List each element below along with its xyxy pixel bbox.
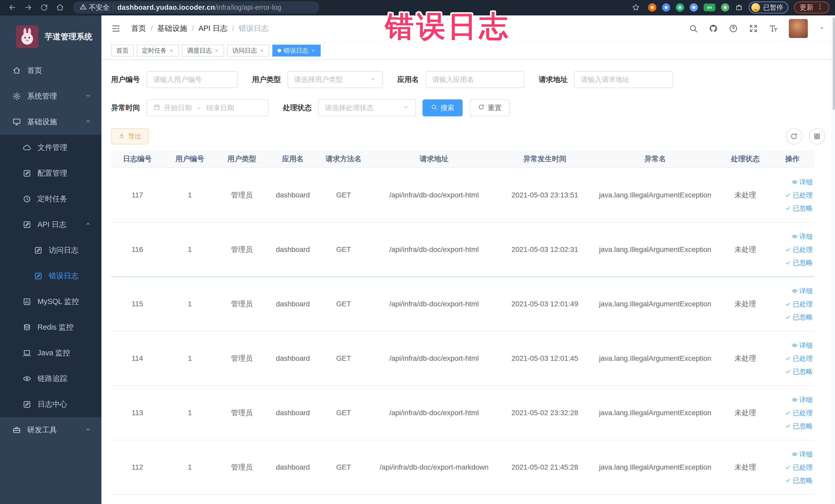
user-id-input-field[interactable] <box>153 76 231 84</box>
puzzle-icon[interactable] <box>735 3 743 12</box>
user-avatar[interactable] <box>789 19 808 38</box>
action-已忽略[interactable]: 已忽略 <box>785 313 813 322</box>
action-已处理[interactable]: 已处理 <box>785 300 813 309</box>
sidebar-item-2[interactable]: 基础设施 <box>0 109 101 135</box>
browser-home-button[interactable] <box>54 1 67 14</box>
close-icon[interactable] <box>311 48 315 53</box>
tag-定时任务[interactable]: 定时任务 <box>137 45 179 57</box>
cell-id: 112 <box>111 440 163 494</box>
action-详细[interactable]: 详细 <box>792 178 813 187</box>
browser-back-button[interactable] <box>6 1 19 14</box>
browser-forward-button[interactable] <box>22 1 35 14</box>
sidebar-item-0[interactable]: 首页 <box>0 58 101 83</box>
tag-错误日志[interactable]: 错误日志 <box>272 45 321 57</box>
table-row: 1161管理员dashboardGET/api/infra/db-doc/exp… <box>111 223 814 277</box>
fullscreen-icon[interactable] <box>749 24 758 33</box>
shield-icon[interactable] <box>662 3 670 12</box>
cell-time: 2021-05-02 21:45:28 <box>499 440 590 494</box>
font-size-icon[interactable] <box>769 24 778 33</box>
request-url-input[interactable] <box>574 71 673 88</box>
green-check-icon[interactable] <box>676 3 684 12</box>
avatar-caret-down-icon[interactable] <box>819 25 825 32</box>
sidebar-item-6[interactable]: API 日志 <box>0 212 101 238</box>
check-icon <box>785 301 791 307</box>
export-button[interactable]: 导出 <box>111 128 149 144</box>
tag-首页[interactable]: 首页 <box>111 45 134 57</box>
app-name-input-field[interactable] <box>432 76 518 84</box>
leaf-icon[interactable] <box>721 3 729 12</box>
grid-icon[interactable] <box>690 3 698 12</box>
close-icon[interactable] <box>214 48 219 53</box>
app-name-input[interactable] <box>426 71 524 88</box>
action-详细[interactable]: 详细 <box>792 286 813 296</box>
search-icon <box>431 104 437 110</box>
action-已忽略[interactable]: 已忽略 <box>785 476 813 485</box>
switch-on-icon[interactable]: on <box>704 4 715 11</box>
cell-exception: java.lang.IllegalArgumentException <box>590 168 720 222</box>
sidebar-item-7[interactable]: 访问日志 <box>0 238 101 263</box>
app-logo <box>16 25 39 48</box>
column-settings-button[interactable] <box>809 128 825 144</box>
sidebar-item-10[interactable]: Redis 监控 <box>0 315 101 340</box>
process-status-select[interactable]: 请选择处理状态 <box>318 99 416 116</box>
action-已处理[interactable]: 已处理 <box>785 245 813 254</box>
kebab-menu-icon[interactable] <box>816 3 824 12</box>
github-icon[interactable] <box>709 24 718 33</box>
sidebar-item-14[interactable]: 研发工具 <box>0 417 101 443</box>
action-已忽略[interactable]: 已忽略 <box>785 204 813 213</box>
paused-extension-badge[interactable]: 已暂停 <box>749 2 788 13</box>
address-bar[interactable]: 不安全 dashboard.yudao.iocoder.cn/infra/log… <box>73 1 319 14</box>
security-warning[interactable]: 不安全 <box>80 3 109 12</box>
help-icon[interactable] <box>729 24 738 33</box>
action-已忽略[interactable]: 已忽略 <box>785 422 813 430</box>
action-已处理[interactable]: 已处理 <box>785 463 813 472</box>
app-logo-row[interactable]: 芋道管理系统 <box>0 15 101 58</box>
scrollbar-thumb[interactable] <box>833 18 835 110</box>
reset-button[interactable]: 重置 <box>470 99 510 116</box>
close-icon[interactable] <box>169 48 174 53</box>
sidebar-collapse-button[interactable] <box>111 24 121 33</box>
refresh-table-button[interactable] <box>786 128 802 144</box>
reset-button-label: 重置 <box>488 103 502 113</box>
sidebar-item-3[interactable]: 文件管理 <box>0 135 101 160</box>
action-已处理[interactable]: 已处理 <box>785 191 813 200</box>
sidebar-item-9[interactable]: MySQL 监控 <box>0 289 101 315</box>
action-已处理[interactable]: 已处理 <box>785 354 813 363</box>
sidebar-item-13[interactable]: 日志中心 <box>0 391 101 417</box>
bookmark-star-icon[interactable] <box>629 1 643 14</box>
sidebar-item-8[interactable]: 错误日志 <box>0 263 101 289</box>
tag-调度日志[interactable]: 调度日志 <box>182 45 224 57</box>
process-status-placeholder: 请选择处理状态 <box>325 103 373 113</box>
request-url-input-field[interactable] <box>581 76 666 84</box>
action-已忽略[interactable]: 已忽略 <box>785 258 813 267</box>
user-id-input[interactable] <box>147 71 238 88</box>
sidebar-item-4[interactable]: 配置管理 <box>0 160 101 186</box>
exception-time-range-picker[interactable]: 开始日期 - 结束日期 <box>147 99 268 116</box>
user-type-placeholder: 请选择用户类型 <box>294 75 343 84</box>
check-icon <box>785 355 791 362</box>
sidebar-item-label: 日志中心 <box>38 399 67 409</box>
vertical-scrollbar[interactable] <box>832 15 835 504</box>
tag-访问日志[interactable]: 访问日志 <box>227 45 269 57</box>
search-icon[interactable] <box>689 24 698 33</box>
action-详细[interactable]: 详细 <box>792 232 813 241</box>
action-详细[interactable]: 详细 <box>792 341 813 350</box>
sidebar-item-5[interactable]: 定时任务 <box>0 186 101 212</box>
browser-update-button[interactable]: 更新 <box>794 2 829 13</box>
breadcrumb-item[interactable]: 首页 <box>131 23 146 34</box>
breadcrumb-item[interactable]: 基础设施 <box>157 23 187 34</box>
close-icon[interactable] <box>260 48 264 53</box>
adblock-icon[interactable] <box>648 3 656 12</box>
breadcrumb-item[interactable]: API 日志 <box>199 23 227 34</box>
search-button[interactable]: 搜索 <box>423 99 463 116</box>
browser-reload-button[interactable] <box>38 1 51 14</box>
action-已处理[interactable]: 已处理 <box>785 408 813 418</box>
sidebar-item-11[interactable]: Java 监控 <box>0 340 101 366</box>
action-详细[interactable]: 详细 <box>792 450 813 459</box>
action-详细[interactable]: 详细 <box>792 396 813 404</box>
action-已忽略[interactable]: 已忽略 <box>785 367 813 376</box>
user-type-select[interactable]: 请选择用户类型 <box>287 71 383 88</box>
calendar-icon <box>153 103 160 110</box>
sidebar-item-1[interactable]: 系统管理 <box>0 83 101 109</box>
sidebar-item-12[interactable]: 链路追踪 <box>0 366 101 391</box>
